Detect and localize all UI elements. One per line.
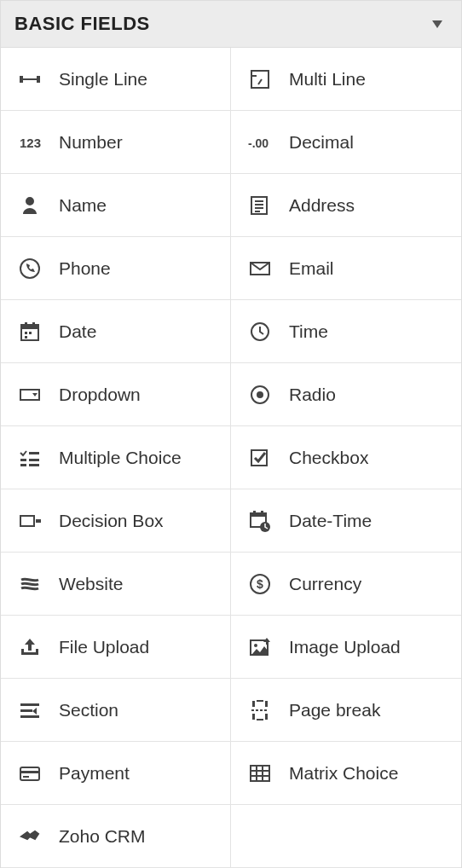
phone-icon: [13, 257, 47, 281]
payment-icon: [13, 761, 47, 785]
decimal-icon: [243, 130, 277, 154]
field-label: Multi Line: [289, 69, 366, 90]
zoho-crm-icon: [13, 825, 47, 848]
panel-header[interactable]: BASIC FIELDS: [1, 1, 461, 48]
email-icon: [243, 257, 277, 281]
field-section[interactable]: Section: [1, 679, 231, 742]
field-label: Email: [289, 258, 334, 279]
field-label: Matrix Choice: [289, 763, 398, 784]
field-matrix-choice[interactable]: Matrix Choice: [231, 742, 461, 805]
website-icon: [13, 572, 47, 596]
field-page-break[interactable]: Page break: [231, 679, 461, 742]
empty-cell: [231, 805, 461, 868]
field-label: Image Upload: [289, 637, 401, 657]
field-label: Date-Time: [289, 511, 372, 531]
field-label: Name: [59, 195, 107, 216]
image-upload-icon: [243, 635, 277, 659]
field-label: Zoho CRM: [59, 826, 146, 847]
fields-grid: Single LineMulti LineNumberDecimalNameAd…: [1, 48, 461, 868]
field-label: Phone: [59, 258, 111, 279]
field-name[interactable]: Name: [1, 174, 231, 237]
field-label: Dropdown: [59, 385, 141, 405]
field-label: Section: [59, 700, 118, 720]
field-number[interactable]: Number: [1, 111, 231, 174]
field-label: Payment: [59, 763, 130, 784]
date-icon: [13, 320, 47, 344]
chevron-down-icon: [432, 20, 442, 28]
field-label: Currency: [289, 574, 361, 594]
single-line-icon: [13, 67, 47, 91]
field-label: Time: [289, 321, 328, 342]
field-date[interactable]: Date: [1, 300, 231, 363]
field-multiple-choice[interactable]: Multiple Choice: [1, 426, 231, 489]
field-decimal[interactable]: Decimal: [231, 111, 461, 174]
field-checkbox[interactable]: Checkbox: [231, 426, 461, 489]
date-time-icon: [243, 509, 277, 533]
field-date-time[interactable]: Date-Time: [231, 489, 461, 553]
currency-icon: [243, 572, 277, 596]
section-icon: [13, 698, 47, 722]
field-address[interactable]: Address: [231, 174, 461, 237]
field-file-upload[interactable]: File Upload: [1, 616, 231, 679]
field-radio[interactable]: Radio: [231, 363, 461, 426]
field-label: Single Line: [59, 69, 147, 90]
name-icon: [13, 194, 47, 217]
radio-icon: [243, 383, 277, 407]
multiple-choice-icon: [13, 446, 47, 470]
field-decision-box[interactable]: Decision Box: [1, 489, 231, 553]
decision-box-icon: [13, 509, 47, 533]
field-multi-line[interactable]: Multi Line: [231, 48, 461, 111]
number-icon: [13, 130, 47, 154]
field-label: Decimal: [289, 132, 354, 153]
field-label: Page break: [289, 700, 380, 720]
field-time[interactable]: Time: [231, 300, 461, 363]
field-label: Website: [59, 574, 123, 594]
field-label: Address: [289, 195, 355, 216]
field-label: Multiple Choice: [59, 448, 182, 468]
page-break-icon: [243, 698, 277, 722]
field-phone[interactable]: Phone: [1, 237, 231, 300]
field-email[interactable]: Email: [231, 237, 461, 300]
field-image-upload[interactable]: Image Upload: [231, 616, 461, 679]
field-label: Number: [59, 132, 123, 153]
field-label: Date: [59, 321, 96, 342]
dropdown-icon: [13, 383, 47, 407]
field-currency[interactable]: Currency: [231, 553, 461, 616]
field-dropdown[interactable]: Dropdown: [1, 363, 231, 426]
field-label: Decision Box: [59, 511, 164, 531]
field-label: File Upload: [59, 637, 149, 657]
field-label: Radio: [289, 385, 336, 405]
matrix-choice-icon: [243, 761, 277, 785]
checkbox-icon: [243, 446, 277, 470]
file-upload-icon: [13, 635, 47, 659]
basic-fields-panel: BASIC FIELDS Single LineMulti LineNumber…: [0, 0, 462, 868]
multi-line-icon: [243, 67, 277, 91]
panel-title: BASIC FIELDS: [14, 13, 150, 35]
field-label: Checkbox: [289, 448, 368, 468]
field-single-line[interactable]: Single Line: [1, 48, 231, 111]
address-icon: [243, 194, 277, 217]
field-website[interactable]: Website: [1, 553, 231, 616]
time-icon: [243, 320, 277, 344]
field-payment[interactable]: Payment: [1, 742, 231, 805]
field-zoho-crm[interactable]: Zoho CRM: [1, 805, 231, 868]
